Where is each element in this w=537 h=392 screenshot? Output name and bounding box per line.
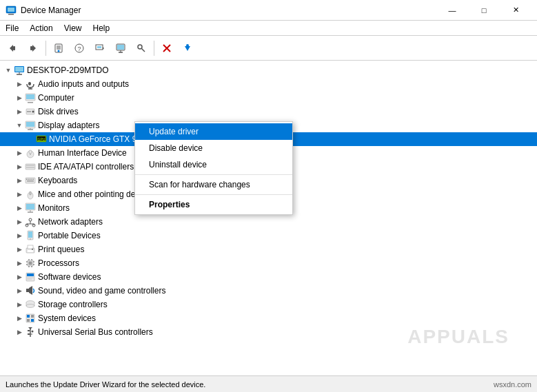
tree-item-portable[interactable]: ▶ Portable Devices (0, 229, 537, 243)
svg-marker-5 (32, 45, 36, 52)
context-menu-scan-hardware[interactable]: Scan for hardware changes (135, 176, 292, 193)
expand-mice[interactable]: ▶ (14, 189, 25, 200)
forward-icon (28, 43, 38, 53)
tree-item-storage[interactable]: ▶ Storage controllers (0, 298, 537, 311)
sound-icon (25, 285, 36, 296)
expand-print[interactable]: ▶ (14, 244, 25, 255)
tree-item-system[interactable]: ▶ System devices (0, 311, 537, 325)
context-menu-uninstall-device[interactable]: Uninstall device (135, 156, 292, 173)
toolbar-properties[interactable] (49, 39, 68, 58)
svg-rect-80 (32, 249, 33, 250)
toolbar-forward[interactable] (23, 39, 43, 58)
window-controls[interactable]: — □ ✕ (436, 0, 531, 21)
hid-icon (25, 147, 36, 158)
tree-item-audio[interactable]: ▶ Audio inputs and outputs (0, 77, 537, 91)
tree-item-disk[interactable]: ▶ Disk drives (0, 105, 537, 118)
svg-rect-104 (31, 315, 34, 318)
tree-item-computer2[interactable]: ▶ Computer (0, 91, 537, 105)
svg-rect-82 (29, 262, 32, 265)
expand-keyboards[interactable]: ▶ (14, 175, 25, 186)
nvidia-icon: GPU (36, 134, 47, 145)
toolbar-scan[interactable] (132, 39, 151, 58)
svg-marker-25 (185, 46, 190, 51)
expand-display[interactable]: ▼ (14, 120, 25, 131)
toolbar-update[interactable] (90, 39, 110, 58)
expand-computer[interactable]: ▼ (3, 65, 14, 76)
expand-software[interactable]: ▶ (14, 271, 25, 282)
audio-label: Audio inputs and outputs (38, 79, 129, 89)
svg-rect-75 (28, 231, 32, 238)
expand-audio[interactable]: ▶ (14, 79, 25, 90)
minimize-button[interactable]: — (436, 0, 468, 21)
tree-item-computer[interactable]: ▼ DESKTOP-2D9MTDO (0, 63, 537, 77)
tree-item-sound[interactable]: ▶ Sound, video and game controllers (0, 284, 537, 298)
context-menu-update-driver[interactable]: Update driver (135, 123, 292, 140)
svg-text:GPU: GPU (38, 137, 45, 141)
status-right: wsxdn.com (494, 380, 531, 389)
svg-rect-109 (28, 330, 30, 331)
tree-item-processors[interactable]: ▶ Processors (0, 256, 537, 270)
tree-item-usb[interactable]: ▶ Universal Serial Bus controllers (0, 325, 537, 339)
toolbar-help[interactable]: ? (70, 39, 89, 58)
svg-rect-78 (28, 245, 33, 249)
svg-rect-57 (32, 179, 34, 180)
expand-storage[interactable]: ▶ (14, 299, 25, 310)
expand-network[interactable]: ▶ (14, 216, 25, 227)
svg-rect-56 (30, 179, 32, 180)
svg-marker-16 (103, 47, 104, 50)
expand-computer2[interactable]: ▶ (14, 92, 25, 103)
toolbar: ? (0, 36, 537, 61)
svg-rect-105 (27, 319, 30, 322)
device-tree[interactable]: ▼ DESKTOP-2D9MTDO ▶ (0, 61, 537, 375)
context-menu-properties[interactable]: Properties (135, 196, 292, 213)
svg-rect-106 (31, 319, 34, 322)
tree-item-network[interactable]: ▶ Network adapters (0, 215, 537, 229)
svg-rect-15 (97, 46, 101, 48)
tree-item-print[interactable]: ▶ Print queues (0, 243, 537, 256)
svg-point-76 (30, 238, 31, 240)
menu-action[interactable]: Action (24, 21, 58, 36)
svg-rect-1 (8, 8, 14, 12)
svg-rect-111 (28, 333, 30, 335)
computer-label: DESKTOP-2D9MTDO (27, 65, 108, 75)
system-icon (25, 313, 36, 324)
portable-label: Portable Devices (38, 231, 101, 240)
menu-view[interactable]: View (59, 21, 88, 36)
expand-processors[interactable]: ▶ (14, 258, 25, 269)
expand-hid[interactable]: ▶ (14, 147, 25, 158)
expand-usb[interactable]: ▶ (14, 327, 25, 338)
expand-disk[interactable]: ▶ (14, 106, 25, 117)
processors-label: Processors (38, 258, 79, 268)
maximize-button[interactable]: □ (468, 0, 500, 21)
tree-item-software[interactable]: ▶ Software devices (0, 270, 537, 284)
display-icon (25, 120, 36, 131)
usb-icon (25, 327, 36, 338)
toolbar-back[interactable] (3, 39, 22, 58)
title-bar-left: Device Manager (6, 5, 81, 16)
toolbar-arrow-down[interactable] (178, 39, 197, 58)
svg-rect-2 (8, 14, 14, 15)
computer2-icon (25, 92, 36, 103)
computer-icon (14, 65, 25, 76)
sound-label: Sound, video and game controllers (38, 286, 165, 296)
expand-portable[interactable]: ▶ (14, 230, 25, 241)
menu-help[interactable]: Help (88, 21, 116, 36)
expand-sound[interactable]: ▶ (14, 285, 25, 296)
toolbar-remove[interactable] (157, 39, 176, 58)
print-icon (25, 244, 36, 255)
monitor2-icon (25, 203, 36, 214)
close-button[interactable]: ✕ (500, 0, 531, 21)
svg-rect-52 (26, 167, 34, 168)
toolbar-monitor[interactable] (111, 39, 130, 58)
context-menu-disable-device[interactable]: Disable device (135, 140, 292, 156)
remove-icon (162, 43, 172, 53)
network-icon (25, 216, 36, 227)
expand-system[interactable]: ▶ (14, 313, 25, 324)
expand-monitors[interactable]: ▶ (14, 203, 25, 214)
svg-point-26 (186, 44, 189, 47)
menu-file[interactable]: File (0, 21, 24, 36)
expand-ide[interactable]: ▶ (14, 161, 25, 172)
svg-marker-108 (28, 327, 32, 329)
svg-text:?: ? (77, 45, 81, 52)
disk-icon (25, 106, 36, 117)
